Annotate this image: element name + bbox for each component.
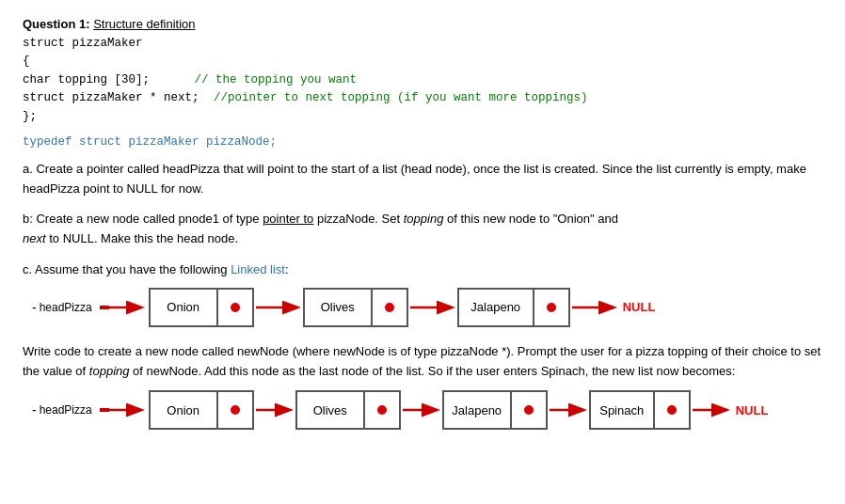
node-ptr-olives-1: [373, 290, 407, 325]
node-olives-2: Olives: [295, 390, 401, 430]
code-line-4: struct pizzaMaker * next; //pointer to n…: [23, 89, 822, 107]
part-c-text: c. Assume that you have the following Li…: [23, 262, 289, 276]
node-data-jalapeno-2: Jalapeno: [444, 392, 512, 428]
arrow-b-3-4: [548, 401, 589, 419]
part-a: a. Create a pointer called headPizza tha…: [23, 160, 822, 199]
null-label-2: NULL: [736, 403, 769, 417]
typedef-line: typedef struct pizzaMaker pizzaNode;: [23, 135, 822, 149]
node-jalapeno-1: Jalapeno: [457, 288, 570, 327]
part-b-italic: topping: [404, 212, 444, 226]
code-block: struct pizzaMaker { char topping [30]; /…: [23, 35, 822, 126]
dot-olives-2: [377, 405, 387, 415]
node-olives-1: Olives: [303, 288, 408, 327]
svg-rect-5: [100, 408, 109, 412]
diagram2: - headPizza Onion Olives: [32, 390, 822, 430]
code-line-1: struct pizzaMaker: [23, 35, 822, 53]
part-d-italic: topping: [89, 364, 130, 378]
node-ptr-spinach-2: [655, 392, 689, 428]
dot-spinach-2: [667, 405, 677, 415]
arrow-b-2-3: [401, 401, 442, 419]
node-ptr-olives-2: [365, 392, 399, 428]
dot-olives-1: [385, 303, 394, 312]
part-d-text2: of newNode. Add this node as the last no…: [129, 364, 735, 378]
part-b: b: Create a new node called pnode1 of ty…: [23, 210, 822, 249]
question-title: Question 1: Structure definition: [23, 17, 822, 31]
part-d: Write code to create a new node called n…: [23, 342, 822, 382]
arrow-to-null-2: [691, 401, 732, 419]
arrow-1-2: [254, 298, 303, 317]
code-line-2: {: [23, 53, 822, 71]
dot-jalapeno-1: [547, 303, 556, 312]
node-data-spinach-2: Spinach: [591, 392, 655, 428]
node-onion-1: Onion: [149, 288, 254, 327]
head-dash-2: -: [32, 402, 37, 417]
title-underline: Structure definition: [93, 17, 195, 31]
node-data-olives-2: Olives: [297, 392, 365, 428]
node-ptr-jalapeno-2: [512, 392, 546, 428]
dot-jalapeno-2: [524, 405, 534, 415]
node-data-onion-2: Onion: [151, 392, 218, 428]
dot-onion-2: [231, 405, 240, 415]
svg-rect-0: [100, 306, 109, 309]
part-b-text2: pizzaNode. Set: [313, 212, 403, 226]
part-b-text3: of this new node to "Onion" and: [443, 212, 618, 226]
code-line-5: };: [23, 108, 822, 126]
part-b-text5: to NULL. Make this the head node.: [46, 231, 239, 245]
head-pizza-label-1: headPizza: [40, 301, 92, 314]
part-b-italic2: next: [23, 231, 46, 245]
part-b-underline: pointer to: [263, 212, 313, 226]
node-data-olives-1: Olives: [305, 290, 373, 325]
node-ptr-onion-1: [218, 290, 252, 325]
node-ptr-jalapeno-1: [534, 290, 568, 325]
part-c: c. Assume that you have the following Li…: [23, 260, 822, 280]
dot-onion-1: [231, 303, 240, 312]
arrow-head-2: [98, 401, 147, 419]
null-label-1: NULL: [623, 300, 656, 314]
question-number: Question 1:: [23, 17, 90, 31]
arrow-head-1: [98, 298, 147, 317]
diagram1: - headPizza Onion Olives: [32, 288, 822, 327]
head-pizza-label-2: headPizza: [40, 403, 92, 417]
node-data-jalapeno-1: Jalapeno: [459, 290, 534, 325]
node-onion-2: Onion: [149, 390, 254, 430]
arrow-to-null-1: [570, 298, 619, 317]
part-b-text1: b: Create a new node called pnode1 of ty…: [23, 212, 263, 226]
arrow-b-1-2: [254, 401, 295, 419]
head-dash-1: -: [32, 300, 37, 315]
node-spinach-2: Spinach: [589, 390, 691, 430]
node-jalapeno-2: Jalapeno: [442, 390, 548, 430]
arrow-2-3: [408, 298, 457, 317]
code-line-3: char topping [30]; // the topping you wa…: [23, 71, 822, 89]
node-data-onion-1: Onion: [151, 290, 218, 325]
node-ptr-onion-2: [218, 392, 252, 428]
